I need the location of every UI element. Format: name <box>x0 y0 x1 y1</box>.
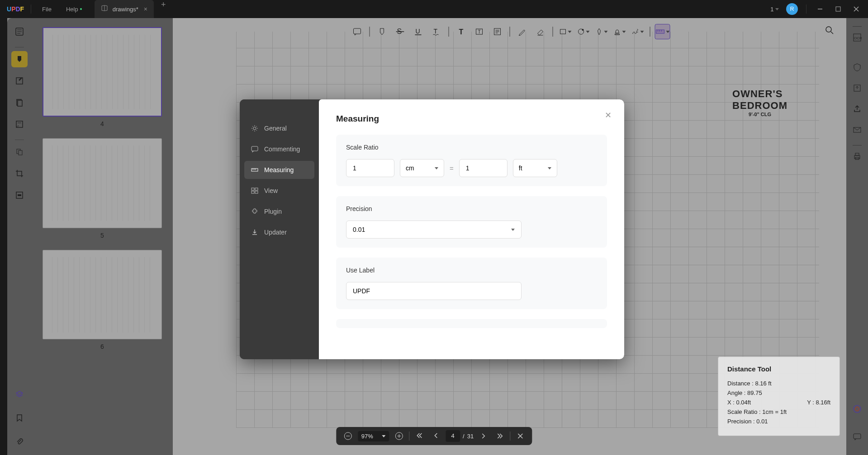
maximize-button[interactable] <box>830 2 846 16</box>
tab-add-button[interactable]: + <box>155 0 172 18</box>
dialog-close-button[interactable]: ✕ <box>605 110 612 120</box>
tb-note-icon[interactable] <box>489 24 505 39</box>
svg-rect-14 <box>19 150 22 155</box>
avatar[interactable]: R <box>786 3 798 15</box>
last-page-button[interactable] <box>493 430 506 442</box>
settings-tab-commenting[interactable]: Commenting <box>244 140 314 158</box>
svg-point-33 <box>582 29 583 31</box>
svg-text:T: T <box>478 29 480 34</box>
tb-signature-icon[interactable] <box>630 24 645 39</box>
rs-protect-icon[interactable] <box>849 59 865 75</box>
tb-textbox-icon[interactable]: T <box>471 24 487 39</box>
settings-tab-view[interactable]: View <box>244 182 314 200</box>
first-page-button[interactable] <box>413 430 426 442</box>
thumbnail[interactable]: 4 <box>43 27 162 127</box>
right-sidebar: OCR <box>846 18 868 455</box>
svg-line-2 <box>854 7 859 11</box>
scale-unit-1-select[interactable]: cm <box>400 159 444 177</box>
tab-close-icon[interactable]: × <box>144 5 147 13</box>
sidebar-form-icon[interactable] <box>11 116 28 132</box>
tb-pin-icon[interactable] <box>593 24 609 39</box>
settings-tab-general[interactable]: General <box>244 119 314 137</box>
sidebar-attachment-icon[interactable] <box>11 433 28 450</box>
menu-file[interactable]: File <box>35 6 59 13</box>
settings-tab-updater[interactable]: Updater <box>244 223 314 241</box>
tb-circle-icon[interactable] <box>575 24 591 39</box>
rs-ai-icon[interactable] <box>849 401 865 417</box>
svg-rect-40 <box>854 34 861 41</box>
svg-rect-58 <box>251 146 258 151</box>
sidebar-highlight-icon[interactable] <box>11 51 28 67</box>
tb-strikethrough-icon[interactable]: S <box>392 24 408 39</box>
svg-rect-45 <box>855 153 859 155</box>
svg-point-47 <box>854 405 861 413</box>
rs-print-icon[interactable] <box>849 148 865 164</box>
label-input[interactable] <box>346 282 522 300</box>
settings-tab-plugin[interactable]: Plugin <box>244 202 314 220</box>
sidebar-layers-icon[interactable] <box>11 386 28 403</box>
tb-highlight-icon[interactable] <box>374 24 389 39</box>
tb-text-icon[interactable]: T <box>453 24 469 39</box>
thumbnail-panel: 4 5 6 <box>32 18 173 455</box>
tab-label: drawings* <box>113 6 138 13</box>
sidebar-crop-icon[interactable] <box>11 165 28 182</box>
svg-rect-46 <box>855 157 859 159</box>
sidebar-organize-icon[interactable] <box>11 144 28 160</box>
ruler-icon <box>251 166 259 174</box>
thumbnail[interactable]: 5 <box>43 138 162 239</box>
settings-tab-measuring[interactable]: Measuring <box>244 161 314 179</box>
zoom-select[interactable]: 97% <box>358 431 389 441</box>
next-page-button[interactable] <box>477 430 490 442</box>
gear-icon <box>251 125 259 132</box>
distance-value: Distance : 8.16 ft <box>727 380 830 387</box>
zoom-out-button[interactable] <box>342 430 354 442</box>
search-icon[interactable] <box>822 23 837 38</box>
rs-email-icon[interactable] <box>849 122 865 138</box>
tab-active[interactable]: drawings* × <box>95 0 154 18</box>
rs-share-icon[interactable] <box>849 101 865 117</box>
scale-unit-2-select[interactable]: ft <box>513 159 557 177</box>
scale-value-1-input[interactable] <box>346 159 394 177</box>
close-nav-button[interactable] <box>514 430 526 442</box>
zoom-in-button[interactable] <box>393 430 405 442</box>
minimize-button[interactable] <box>812 2 828 16</box>
svg-rect-26 <box>494 28 500 35</box>
tb-pencil-icon[interactable] <box>514 24 530 39</box>
title-bar: UPDF File Help drawings* × + 1 R <box>0 0 868 18</box>
sidebar-edit-icon[interactable] <box>11 73 28 89</box>
svg-rect-4 <box>16 28 23 35</box>
thumbnail[interactable]: 6 <box>43 250 162 350</box>
rs-chat-icon[interactable] <box>849 429 865 445</box>
tb-comment-icon[interactable] <box>349 24 365 39</box>
tb-squiggly-icon[interactable]: T <box>428 24 444 39</box>
prev-page-button[interactable] <box>429 430 442 442</box>
svg-point-50 <box>344 432 351 440</box>
sidebar-reader-icon[interactable] <box>11 23 28 40</box>
current-page-input[interactable]: 4 <box>446 430 460 442</box>
window-count[interactable]: 1 <box>770 6 779 13</box>
svg-rect-64 <box>255 188 258 190</box>
x-value: X : 0.04ft <box>727 399 751 406</box>
rs-ocr-icon[interactable]: OCR <box>849 29 865 46</box>
tb-rect-icon[interactable] <box>557 24 573 39</box>
sidebar-pages-icon[interactable] <box>11 94 28 111</box>
svg-line-55 <box>518 434 522 438</box>
sidebar-bookmark-icon[interactable] <box>11 410 28 426</box>
tb-underline-icon[interactable]: U <box>410 24 426 39</box>
tb-stamp-icon[interactable] <box>612 24 627 39</box>
svg-rect-17 <box>353 28 360 34</box>
svg-rect-13 <box>17 149 20 154</box>
total-pages: 31 <box>467 433 474 440</box>
svg-rect-11 <box>16 121 23 127</box>
sidebar-redact-icon[interactable] <box>11 187 28 203</box>
angle-value: Angle : 89.75 <box>727 389 830 396</box>
tb-measure-icon[interactable] <box>655 24 670 39</box>
tb-eraser-icon[interactable] <box>532 24 548 39</box>
precision-select[interactable]: 0.01 <box>346 220 522 239</box>
close-button[interactable] <box>848 2 864 16</box>
svg-rect-24 <box>476 29 482 34</box>
scale-value-2-input[interactable] <box>459 159 508 177</box>
rs-export-icon[interactable] <box>849 80 865 96</box>
svg-rect-10 <box>18 100 22 106</box>
menu-help[interactable]: Help <box>59 6 85 13</box>
